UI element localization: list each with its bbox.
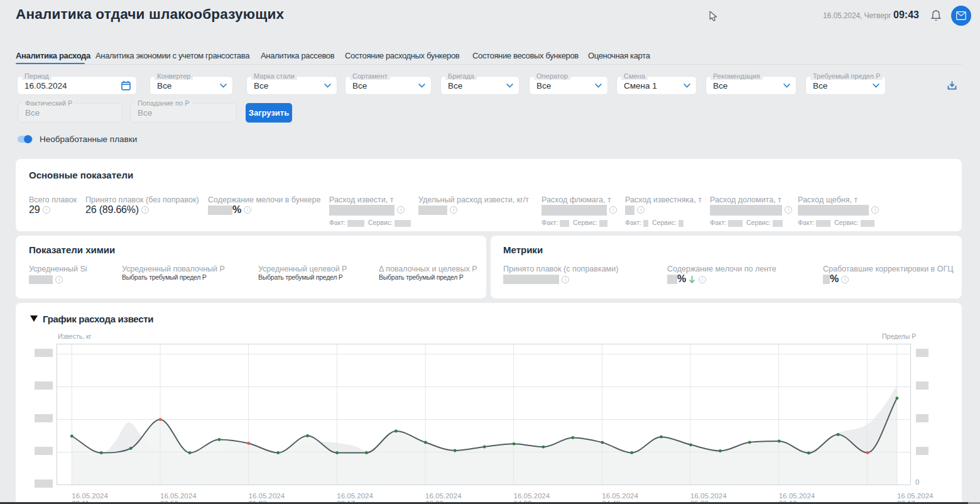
svg-text:0: 0 [915,478,919,486]
svg-text:16.05.2024: 16.05.2024 [425,492,462,500]
svg-text:16.05.2024: 16.05.2024 [72,492,108,500]
svg-text:16.05.2024: 16.05.2024 [160,492,197,500]
svg-text:16.05.2024: 16.05.2024 [337,492,373,500]
svg-text:Известь, кг: Известь, кг [58,332,92,340]
svg-text:16.05.2024: 16.05.2024 [690,492,727,500]
svg-text:16.05.2024: 16.05.2024 [779,492,815,500]
svg-text:16.05.2024: 16.05.2024 [249,492,285,500]
svg-text:16.05.2024: 16.05.2024 [514,492,550,500]
svg-text:16.05.2024: 16.05.2024 [897,492,934,500]
svg-text:16.05.2024: 16.05.2024 [602,492,638,500]
svg-text:Пределы Р: Пределы Р [882,332,916,340]
